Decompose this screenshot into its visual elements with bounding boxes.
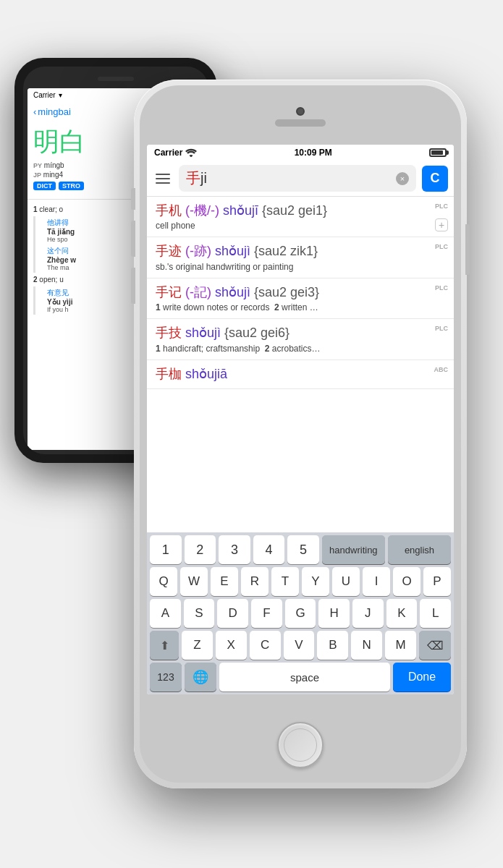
voice-label: C [431, 171, 440, 186]
num-key[interactable]: 123 [150, 663, 182, 692]
back-icon: ‹ [33, 106, 36, 117]
key-g[interactable]: G [285, 599, 316, 628]
result-def-4: 1 handicraft; craftsmanship 2 acrobatics… [156, 344, 445, 354]
wifi-icon [185, 148, 197, 157]
battery-indicator [429, 148, 447, 157]
key-z[interactable]: Z [182, 631, 213, 660]
black-wifi-icon: ▾ [59, 91, 62, 99]
globe-key[interactable]: 🌐 [185, 663, 216, 692]
keyboard-row-zxcv: ⬆ Z X C V B N M ⌫ [150, 631, 451, 660]
key-h[interactable]: H [318, 599, 350, 628]
key-b[interactable]: B [317, 631, 348, 660]
result-item-3[interactable]: PLC 手记 (-記) shǒujì {sau2 gei3} 1 write d… [147, 278, 454, 319]
key-o[interactable]: O [393, 567, 420, 596]
result-item-2[interactable]: PLC 手迹 (-跡) shǒujì {sau2 zik1} sb.'s ori… [147, 237, 454, 278]
plc-badge-2: PLC [435, 243, 448, 250]
key-x[interactable]: X [216, 631, 247, 660]
result-def-3: 1 write down notes or records 2 written … [156, 302, 445, 312]
key-4[interactable]: 4 [253, 535, 285, 564]
key-english[interactable]: english [388, 535, 451, 564]
keyboard-row-asdf: A S D F G H J K L [150, 599, 451, 628]
power-button[interactable] [465, 224, 470, 275]
key-f[interactable]: F [251, 599, 282, 628]
plc-badge-1: PLC [435, 203, 448, 210]
carrier-text: Carrier [154, 148, 182, 158]
add-button-1[interactable]: + [435, 218, 448, 231]
key-i[interactable]: I [363, 567, 390, 596]
search-input-wrapper[interactable]: 手ji × [179, 165, 416, 192]
result-headword-5: 手枷 shǒujiā [156, 366, 445, 383]
key-r[interactable]: R [241, 567, 269, 596]
key-1[interactable]: 1 [150, 535, 182, 564]
key-p[interactable]: P [423, 567, 451, 596]
shift-key[interactable]: ⬆ [150, 631, 179, 660]
key-d[interactable]: D [217, 599, 248, 628]
def-num-2: 2 [33, 276, 38, 284]
key-a[interactable]: A [150, 599, 181, 628]
key-v[interactable]: V [284, 631, 315, 660]
abc-badge-5: ABC [434, 366, 449, 373]
time-display: 10:09 PM [295, 148, 332, 158]
key-c[interactable]: C [250, 631, 281, 660]
key-n[interactable]: N [351, 631, 382, 660]
mute-button[interactable] [131, 188, 135, 210]
keyboard: 1 2 3 4 5 handwriting english Q W E R [147, 532, 454, 694]
key-2[interactable]: 2 [185, 535, 216, 564]
tag-dict[interactable]: DICT [33, 182, 56, 190]
back-label: mingbai [38, 106, 71, 117]
result-headword-4: 手技 shǒujì {sau2 gei6} [156, 325, 445, 341]
tag-stroke[interactable]: STRO [59, 182, 84, 190]
key-e[interactable]: E [211, 567, 238, 596]
key-m[interactable]: M [385, 631, 416, 660]
key-w[interactable]: W [180, 567, 208, 596]
key-y[interactable]: Y [302, 567, 329, 596]
key-l[interactable]: L [420, 599, 451, 628]
results-list: PLC 手机 (-機/-) shǒujī {sau2 gei1} cell ph… [147, 197, 454, 532]
jp-value: ming4 [43, 171, 63, 179]
home-button[interactable] [277, 722, 324, 768]
result-headword-2: 手迹 (-跡) shǒujì {sau2 zik1} [156, 243, 445, 260]
done-key[interactable]: Done [393, 663, 451, 692]
plc-badge-4: PLC [435, 325, 448, 332]
result-item-1[interactable]: PLC 手机 (-機/-) shǒujī {sau2 gei1} cell ph… [147, 197, 454, 237]
space-key[interactable]: space [219, 663, 390, 692]
key-k[interactable]: K [386, 599, 418, 628]
voice-button[interactable]: C [422, 166, 448, 192]
volume-up-button[interactable] [131, 221, 135, 257]
key-3[interactable]: 3 [219, 535, 250, 564]
result-headword-1: 手机 (-機/-) shǒujī {sau2 gei1} [156, 203, 445, 219]
black-carrier: Carrier [33, 91, 56, 99]
search-bar[interactable]: 手ji × C [147, 161, 454, 197]
key-5[interactable]: 5 [287, 535, 319, 564]
speaker [275, 119, 326, 127]
key-q[interactable]: Q [150, 567, 177, 596]
result-item-4[interactable]: PLC 手技 shǒujì {sau2 gei6} 1 handicraft; … [147, 319, 454, 359]
delete-key[interactable]: ⌫ [419, 631, 451, 660]
key-u[interactable]: U [332, 567, 360, 596]
def-text-1: clear; o [39, 205, 63, 213]
keyboard-row-qwerty: Q W E R T Y U I O P [150, 567, 451, 596]
key-s[interactable]: S [184, 599, 215, 628]
menu-button[interactable] [153, 169, 173, 189]
result-item-5[interactable]: ABC 手枷 shǒujiā [147, 360, 454, 389]
result-headword-3: 手记 (-記) shǒujì {sau2 gei3} [156, 284, 445, 301]
volume-down-button[interactable] [131, 268, 135, 304]
plc-badge-3: PLC [435, 284, 448, 292]
py-label: PY [33, 162, 42, 169]
white-phone: Carrier 10:09 PM [134, 80, 467, 788]
key-handwriting[interactable]: handwriting [322, 535, 385, 564]
keyboard-top-row: 1 2 3 4 5 handwriting english [150, 535, 451, 564]
key-j[interactable]: J [352, 599, 384, 628]
search-latin-part: ji [200, 170, 207, 186]
py-value: míngb [44, 161, 64, 169]
result-def-1: cell phone [156, 221, 445, 231]
def-num-1: 1 [33, 205, 38, 213]
keyboard-bottom-row: 123 🌐 space Done [150, 663, 451, 692]
camera [296, 107, 305, 116]
scene: Carrier ▾ ‹ mingbai 明白 PY míngb [0, 0, 503, 868]
key-t[interactable]: T [271, 567, 299, 596]
white-phone-screen: Carrier 10:09 PM [147, 145, 454, 694]
def-text-2: open; u [39, 276, 63, 284]
clear-button[interactable]: × [396, 172, 409, 185]
search-input-text: 手ji [186, 169, 207, 188]
